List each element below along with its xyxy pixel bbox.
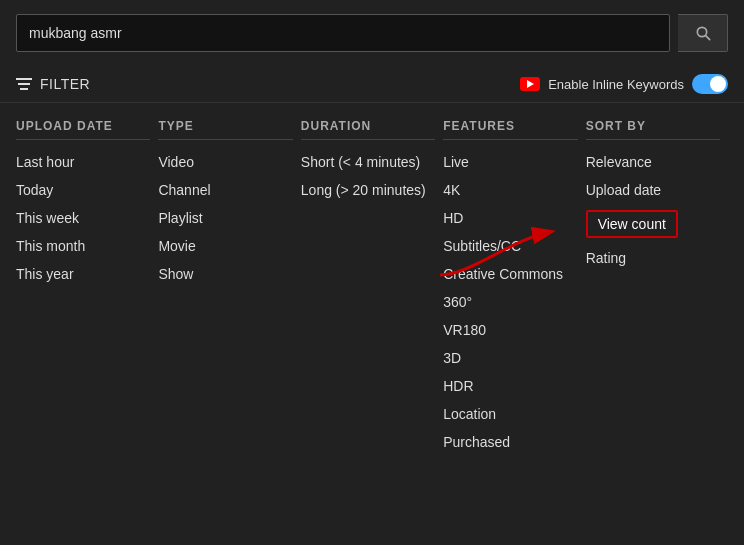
filter-columns: UPLOAD DATE Last hour Today This week Th…: [0, 103, 744, 462]
list-item[interactable]: VR180: [443, 322, 577, 338]
svg-line-1: [705, 36, 709, 40]
search-button[interactable]: [678, 14, 728, 52]
filter-text: FILTER: [40, 76, 90, 92]
filter-icon: [16, 78, 32, 90]
list-item[interactable]: Short (< 4 minutes): [301, 154, 435, 170]
search-input[interactable]: [29, 25, 657, 41]
list-item[interactable]: Purchased: [443, 434, 577, 450]
list-item[interactable]: Show: [158, 266, 292, 282]
list-item[interactable]: Creative Commons: [443, 266, 577, 282]
upload-date-header: UPLOAD DATE: [16, 119, 150, 140]
filter-label[interactable]: FILTER: [16, 76, 90, 92]
list-item[interactable]: Live: [443, 154, 577, 170]
list-item[interactable]: Last hour: [16, 154, 150, 170]
type-header: TYPE: [158, 119, 292, 140]
list-item[interactable]: This week: [16, 210, 150, 226]
list-item[interactable]: HDR: [443, 378, 577, 394]
list-item[interactable]: Movie: [158, 238, 292, 254]
inline-keywords-toggle: Enable Inline Keywords: [520, 74, 728, 94]
search-input-wrapper: [16, 14, 670, 52]
list-item[interactable]: Location: [443, 406, 577, 422]
list-item[interactable]: Relevance: [586, 154, 720, 170]
list-item[interactable]: This month: [16, 238, 150, 254]
list-item[interactable]: Today: [16, 182, 150, 198]
list-item[interactable]: Playlist: [158, 210, 292, 226]
list-item[interactable]: 4K: [443, 182, 577, 198]
search-icon: [695, 25, 711, 41]
list-item[interactable]: 360°: [443, 294, 577, 310]
list-item[interactable]: Rating: [586, 250, 720, 266]
col-sort-by: SORT BY Relevance Upload date View count…: [586, 119, 728, 462]
page-wrapper: FILTER Enable Inline Keywords UPLOAD DAT…: [0, 0, 744, 462]
col-features: FEATURES Live 4K HD Subtitles/CC Creativ…: [443, 119, 585, 462]
col-duration: DURATION Short (< 4 minutes) Long (> 20 …: [301, 119, 443, 462]
search-bar: [0, 0, 744, 66]
list-item[interactable]: Channel: [158, 182, 292, 198]
list-item[interactable]: Upload date: [586, 182, 720, 198]
col-upload-date: UPLOAD DATE Last hour Today This week Th…: [16, 119, 158, 462]
list-item[interactable]: HD: [443, 210, 577, 226]
list-item[interactable]: This year: [16, 266, 150, 282]
view-count-item[interactable]: View count: [586, 210, 678, 238]
inline-keywords-switch[interactable]: [692, 74, 728, 94]
list-item[interactable]: Long (> 20 minutes): [301, 182, 435, 198]
col-type: TYPE Video Channel Playlist Movie Show: [158, 119, 300, 462]
inline-keywords-label: Enable Inline Keywords: [548, 77, 684, 92]
youtube-logo: [520, 77, 540, 91]
list-item[interactable]: 3D: [443, 350, 577, 366]
features-header: FEATURES: [443, 119, 577, 140]
duration-header: DURATION: [301, 119, 435, 140]
filter-bar: FILTER Enable Inline Keywords: [0, 66, 744, 103]
list-item[interactable]: Video: [158, 154, 292, 170]
list-item[interactable]: Subtitles/CC: [443, 238, 577, 254]
sort-by-header: SORT BY: [586, 119, 720, 140]
